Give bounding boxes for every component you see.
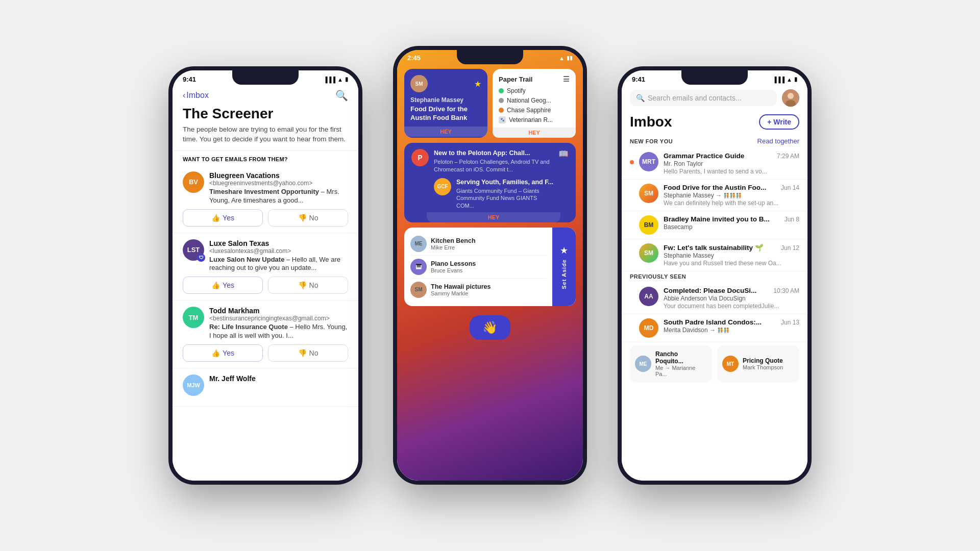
list-icon: ☰ (563, 75, 570, 83)
user-avatar[interactable] (782, 89, 799, 107)
status-time-1: 9:41 (183, 76, 196, 83)
want-label: WANT TO GET EMAILS FROM THEM? (173, 151, 358, 165)
write-button[interactable]: + Write (759, 114, 799, 130)
book-icon: 📖 (558, 149, 569, 216)
screener-item-lst: LST 🛡 Luxe Salon Texas <luxesalontexas@g… (173, 233, 358, 301)
no-button-bv[interactable]: 👎 No (268, 209, 348, 227)
email-subject-food: Food Drive for the Austin Foo... (664, 184, 778, 191)
email-time-padre: Jun 13 (781, 319, 799, 326)
email-content-docusign: Completed: Please DocuSi... 10:30 AM Abb… (664, 287, 799, 310)
email-preview-docusign: Your document has been completedJulie... (664, 303, 799, 310)
email-item-padre[interactable]: MD South Padre Island Condos:... Jun 13 … (622, 314, 807, 342)
avatar-lst: LST 🛡 (183, 239, 204, 261)
screener-item-tm: TM Todd Markham <bestinsurancepricinging… (173, 300, 358, 368)
yes-button-bv[interactable]: 👍 Yes (183, 209, 263, 227)
email-content-food: Food Drive for the Austin Foo... Jun 14 … (664, 184, 799, 207)
screener-title: The Screener (183, 106, 348, 122)
natgeo-dot (499, 98, 504, 103)
gcf-row: GCF Serving Youth, Families, and F... Gi… (434, 178, 553, 209)
widget-subject: Food Drive for the Austin Food Bank (410, 105, 481, 122)
email-item-sustain[interactable]: SM Fw: Let's talk sustainability 🌱 Jun 1… (622, 239, 807, 271)
email-sender-basecamp: Basecamp (664, 223, 799, 231)
signal-icon-3: ▐▐▐ (773, 77, 785, 83)
notch-2 (457, 50, 523, 64)
phone-screener: 9:41 ▐▐▐ ▲ ▮ ‹ Imbox 🔍 The Screener The … (168, 66, 362, 485)
previously-seen-label: PREVIOUSLY SEEN (630, 273, 686, 280)
yes-button-tm[interactable]: 👍 Yes (183, 344, 263, 362)
paper-trail-title: Paper Trail ☰ (499, 75, 570, 83)
no-button-tm[interactable]: 👎 No (268, 344, 348, 362)
widget-stephanie[interactable]: SM ★ Stephanie Massey Food Drive for the… (404, 69, 487, 138)
email-sender-padre: Merita Davidson → 🧑‍🤝‍🧑🧑‍🤝‍🧑 (664, 327, 799, 334)
pt-item-natgeo: National Geog... (499, 97, 570, 104)
no-button-lst[interactable]: 👎 No (268, 277, 348, 294)
battery-icon: ▮ (345, 76, 348, 83)
hey-label-3: HEY (427, 212, 560, 222)
status-icons-3: ▐▐▐ ▲ ▮ (773, 76, 797, 83)
email-item-docusign[interactable]: AA Completed: Please DocuSi... 10:30 AM … (622, 283, 807, 314)
wifi-icon-2: ▲ (559, 55, 565, 61)
status-icons-2: ▲ ▮▮ (559, 55, 573, 61)
hey-label-1: HEY (404, 127, 487, 137)
widget-paper-trail[interactable]: Paper Trail ☰ Spotify National Geog... C… (493, 69, 576, 138)
email-time-basecamp: Jun 8 (785, 216, 799, 223)
mini-card-rancho[interactable]: ME Rancho Poquito... Me → Marianne Pa... (630, 345, 712, 382)
widget-row-1: SM ★ Stephanie Massey Food Drive for the… (404, 69, 576, 138)
search-placeholder: Search emails and contacts... (648, 94, 742, 102)
email-preview-food: We can definitely help with the set-up a… (664, 199, 799, 207)
peloton-info: New to the Peloton App: Chall... Peloton… (434, 149, 553, 216)
chevron-left-icon: ‹ (183, 91, 185, 100)
email-subject-bv: Timeshare Investment Opportunity (209, 188, 319, 195)
email-item-basecamp[interactable]: BM Bradley Maine invited you to B... Jun… (622, 211, 807, 239)
gcf-icon: GCF (434, 178, 451, 195)
yes-button-lst[interactable]: 👍 Yes (183, 277, 263, 294)
mini-card-sender-rancho: Me → Marianne Pa... (655, 365, 707, 377)
screener-item-bv: BV Bluegreen Vacations <bluegreeninvestm… (173, 165, 358, 233)
read-together-link[interactable]: Read together (757, 137, 799, 145)
search-icon[interactable]: 🔍 (335, 89, 348, 102)
item-info-tm: Todd Markham <bestinsurancepricingingtex… (209, 307, 348, 340)
email-row-padre: South Padre Island Condos:... Jun 13 (664, 318, 799, 326)
set-aside-card[interactable]: ME Kitchen Bench Mike Erre 🎹 Piano Lesso… (404, 228, 576, 306)
set-aside-button[interactable]: ★ Set Aside (552, 228, 576, 306)
search-field[interactable]: 🔍 Search emails and contacts... (630, 90, 777, 106)
svg-text:ME: ME (640, 361, 647, 367)
wifi-icon: ▲ (337, 77, 343, 83)
mini-avatar-pricing: MT (722, 356, 739, 372)
imbox-title: Imbox (630, 114, 672, 130)
screener-header: ‹ Imbox 🔍 The Screener The people below … (173, 85, 358, 151)
wifi-icon-3: ▲ (787, 77, 792, 83)
shield-icon: 🛡 (197, 254, 205, 262)
screener-buttons-bv: 👍 Yes 👎 No (183, 209, 348, 227)
mini-card-title-rancho: Rancho Poquito... (655, 350, 707, 365)
back-button[interactable]: ‹ Imbox (183, 91, 209, 100)
star-icon-sa: ★ (560, 245, 568, 256)
gcf-info: Serving Youth, Families, and F... Giants… (456, 178, 553, 209)
spotify-dot (499, 88, 504, 93)
hey-button[interactable]: 👋 (470, 315, 510, 340)
avatar-bv: BV (183, 171, 204, 193)
sender-name-tm: Todd Markham (209, 307, 348, 315)
sa-item-hawaii: SM The Hawaii pictures Sammy Markle (410, 279, 546, 301)
mini-card-info-pricing: Pricing Quote Mark Thompson (743, 357, 794, 370)
previously-seen-section: PREVIOUSLY SEEN (622, 271, 807, 283)
sa-avatar-me: ME (410, 236, 427, 252)
email-item-food[interactable]: SM Food Drive for the Austin Foo... Jun … (622, 180, 807, 211)
avatar-bm: BM (639, 215, 658, 235)
avatar-mrt: MRT (639, 152, 658, 171)
mini-card-sender-pricing: Mark Thompson (743, 364, 794, 370)
email-time-sustain: Jun 12 (781, 244, 799, 252)
mini-card-pricing[interactable]: MT Pricing Quote Mark Thompson (717, 345, 799, 382)
notch-3 (681, 70, 748, 85)
status-time-3: 9:41 (632, 76, 645, 83)
email-subject-sustain: Fw: Let's talk sustainability 🌱 (664, 243, 778, 252)
notch-1 (232, 70, 299, 85)
battery-icon-3: ▮ (794, 76, 797, 83)
notification-peloton[interactable]: P New to the Peloton App: Chall... Pelot… (404, 143, 576, 222)
avatar-jw: MJW (183, 374, 204, 396)
screener-buttons-lst: 👍 Yes 👎 No (183, 277, 348, 294)
mini-cards-row: ME Rancho Poquito... Me → Marianne Pa...… (622, 342, 807, 385)
email-item-mrt[interactable]: MRT Grammar Practice Guide 7:29 AM Mr. R… (622, 148, 807, 180)
new-for-you-section: NEW FOR YOU Read together (622, 135, 807, 148)
sender-email-bv: <bluegreeninvestments@yahoo.com> (209, 180, 348, 187)
